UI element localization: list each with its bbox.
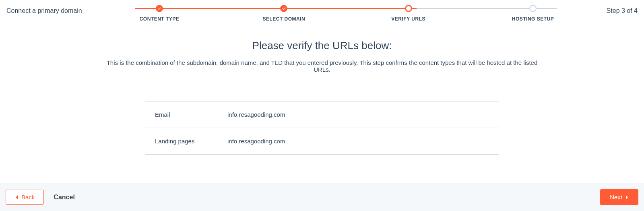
stepper: CONTENT TYPE SELECT DOMAIN VERIFY URLS H… (111, 5, 581, 22)
url-row-label: Landing pages (155, 138, 227, 145)
wizard-title: Connect a primary domain (6, 5, 111, 14)
step-select-domain: SELECT DOMAIN (252, 5, 316, 22)
step-dot-todo-icon (529, 5, 537, 12)
wizard-header: Connect a primary domain CONTENT TYPE SE… (0, 0, 644, 22)
page-heading: Please verify the URLs below: (0, 39, 644, 52)
url-row: Email info.resagooding.com (145, 101, 499, 128)
back-button-label: Back (21, 194, 35, 201)
step-counter: Step 3 of 4 (581, 5, 638, 14)
check-icon (157, 6, 161, 10)
wizard-footer: Back Cancel Next (0, 183, 644, 211)
step-label: VERIFY URLS (391, 16, 425, 22)
next-button[interactable]: Next (600, 189, 638, 205)
main-content: Please verify the URLs below: This is th… (0, 22, 644, 155)
url-row-value: info.resagooding.com (227, 111, 285, 118)
step-label: HOSTING SETUP (512, 16, 554, 22)
url-list: Email info.resagooding.com Landing pages… (145, 101, 499, 155)
step-dot-done-icon (156, 5, 163, 12)
back-button[interactable]: Back (6, 190, 44, 205)
url-row: Landing pages info.resagooding.com (145, 128, 499, 154)
step-dot-done-icon (280, 5, 287, 12)
step-verify-urls: VERIFY URLS (376, 5, 441, 22)
step-label: SELECT DOMAIN (262, 16, 305, 22)
url-row-label: Email (155, 111, 227, 118)
step-label: CONTENT TYPE (140, 16, 180, 22)
check-icon (282, 6, 286, 10)
step-content-type: CONTENT TYPE (127, 5, 192, 22)
url-row-value: info.resagooding.com (227, 138, 285, 145)
chevron-right-icon (625, 195, 629, 200)
step-dot-active-icon (405, 5, 412, 12)
cancel-link[interactable]: Cancel (54, 194, 74, 201)
page-subtext: This is the combination of the subdomain… (101, 59, 543, 73)
chevron-left-icon (15, 195, 18, 200)
step-hosting-setup: HOSTING SETUP (501, 5, 565, 22)
next-button-label: Next (610, 194, 622, 201)
